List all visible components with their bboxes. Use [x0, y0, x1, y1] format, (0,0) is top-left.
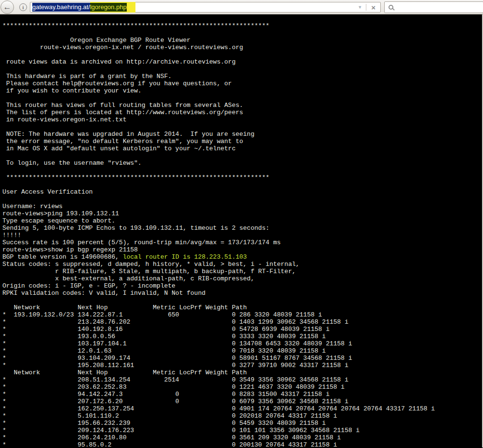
terminal-line: To login, use the username "rviews".	[2, 159, 482, 167]
bgp-table-row: * 140.192.8.16 0 54728 6939 48039 21158 …	[2, 326, 482, 333]
terminal-line: the error message, "no default Kerberos …	[2, 138, 482, 145]
terminal-line	[2, 66, 482, 73]
terminal-line: Success rate is 100 percent (5/5), round…	[2, 239, 482, 246]
terminal-line: r RIB-failure, S Stale, m multipath, b b…	[2, 268, 482, 275]
terminal-output: ****************************************…	[0, 14, 483, 448]
terminal-line	[2, 51, 482, 58]
bgp-table-row: * 5.101.110.2 0 202018 20764 43317 21158…	[2, 412, 482, 420]
terminal-line: Status codes: s suppressed, d damped, h …	[2, 261, 482, 268]
terminal-line	[2, 196, 482, 203]
terminal-line	[2, 29, 482, 37]
terminal-line: route-views>ping 193.109.132.11	[2, 210, 482, 217]
terminal-line: route views data is archived on http://a…	[2, 58, 482, 66]
terminal-highlight-text: local router ID is 128.223.51.103	[123, 253, 247, 261]
terminal-line: route-views>show ip bgp regexp 21158	[2, 246, 482, 253]
terminal-line: in route-views.oregon-ix.net.txt	[2, 116, 482, 123]
bgp-table-row: * 208.51.134.254 2514 0 3549 3356 30962 …	[2, 376, 482, 383]
terminal-line: in Mac OS X add "default unset autologin…	[2, 145, 482, 152]
bgp-table-row: * 193.109.132.0/23 134.222.87.1 650 0 28…	[2, 311, 482, 318]
terminal-line: ****************************************…	[2, 22, 482, 29]
bgp-table-row: * 203.62.252.83 0 1221 4637 3320 48039 2…	[2, 383, 482, 391]
search-bar[interactable]	[384, 1, 483, 13]
url-text-selected: gateway.baehring.at/	[32, 3, 90, 12]
bgp-table-row: * 103.197.104.1 0 134708 6453 3320 48039…	[2, 340, 482, 347]
bgp-table-row: * 193.0.0.56 0 3333 3320 48039 21158 i	[2, 333, 482, 340]
bgp-table-row: * 162.250.137.254 0 4901 174 20764 20764…	[2, 405, 482, 412]
bgp-table-row: * 93.104.209.174 0 58901 51167 8767 3456…	[2, 355, 482, 362]
back-arrow-icon: ←	[3, 3, 12, 11]
url-bar[interactable]: gateway.baehring.at/lgoregon.php ▼ ×	[30, 2, 381, 13]
bgp-table-row: * 209.124.176.223 0 101 101 3356 30962 3…	[2, 427, 482, 434]
terminal-line: !!!!!	[2, 232, 482, 239]
bgp-table-row: * 12.0.1.63 0 7018 3320 48039 21158 i	[2, 347, 482, 355]
back-button[interactable]: ←	[0, 0, 14, 14]
terminal-line	[2, 152, 482, 159]
terminal-line: ****************************************…	[2, 174, 482, 181]
terminal-text: BGP table version is 149600686,	[2, 253, 123, 261]
terminal-line: Username: rviews	[2, 203, 482, 210]
terminal-line: Network Next Hop Metric LocPrf Weight Pa…	[2, 369, 482, 376]
terminal-line: x best-external, a additional-path, c RI…	[2, 275, 482, 282]
search-icon	[389, 5, 393, 10]
terminal-line	[2, 123, 482, 131]
terminal-line	[2, 297, 482, 304]
terminal-line: if you wish to contribute your view.	[2, 87, 482, 94]
terminal-line: BGP table version is 149600686, local ro…	[2, 253, 482, 261]
terminal-line: Network Next Hop Metric LocPrf Weight Pa…	[2, 304, 482, 311]
terminal-line: Type escape sequence to abort.	[2, 217, 482, 224]
terminal-line: User Access Verification	[2, 188, 482, 196]
stop-button[interactable]: ×	[366, 3, 380, 12]
bgp-table-row: * 95.85.0.2 0 200130 20764 43317 21158 i	[2, 441, 482, 448]
terminal-line: Please contact help@routeviews.org if yo…	[2, 80, 482, 87]
terminal-line	[2, 167, 482, 174]
url-dropdown-button[interactable]: ▼	[354, 5, 366, 10]
terminal-line: The list of peers is located at http://w…	[2, 109, 482, 116]
terminal-line: Oregon Exchange BGP Route Viewer	[2, 37, 482, 44]
search-input[interactable]	[393, 4, 483, 11]
bgp-table-row: * 206.24.210.80 0 3561 209 3320 48039 21…	[2, 434, 482, 441]
terminal-line	[2, 181, 482, 188]
bgp-table-row: * 195.66.232.239 0 5459 3320 48039 21158…	[2, 420, 482, 427]
terminal-line: route-views.oregon-ix.net / route-views.…	[2, 44, 482, 51]
bgp-table-row: * 195.208.112.161 0 3277 39710 9002 4331…	[2, 362, 482, 369]
info-icon[interactable]: i	[19, 3, 27, 11]
bgp-table-row: * 207.172.6.20 0 0 6079 3356 30962 34568…	[2, 398, 482, 405]
url-text-highlighted: lgoregon.php	[90, 3, 127, 12]
bgp-table-row: * 94.142.247.3 0 0 8283 31500 43317 2115…	[2, 391, 482, 398]
terminal-line: This hardware is part of a grant by the …	[2, 73, 482, 80]
terminal-line: RPKI validation codes: V valid, I invali…	[2, 290, 482, 297]
bgp-table-row: * 213.248.76.202 0 1403 1299 30962 34568…	[2, 318, 482, 326]
terminal-line: NOTE: The hardware was upgraded in Augus…	[2, 131, 482, 138]
browser-toolbar: ← i gateway.baehring.at/lgoregon.php ▼ ×	[0, 0, 483, 14]
terminal-line: Origin codes: i - IGP, e - EGP, ? - inco…	[2, 282, 482, 290]
terminal-line	[2, 94, 482, 102]
terminal-line: This router has views of full routing ta…	[2, 102, 482, 109]
terminal-line: Sending 5, 100-byte ICMP Echos to 193.10…	[2, 224, 482, 232]
